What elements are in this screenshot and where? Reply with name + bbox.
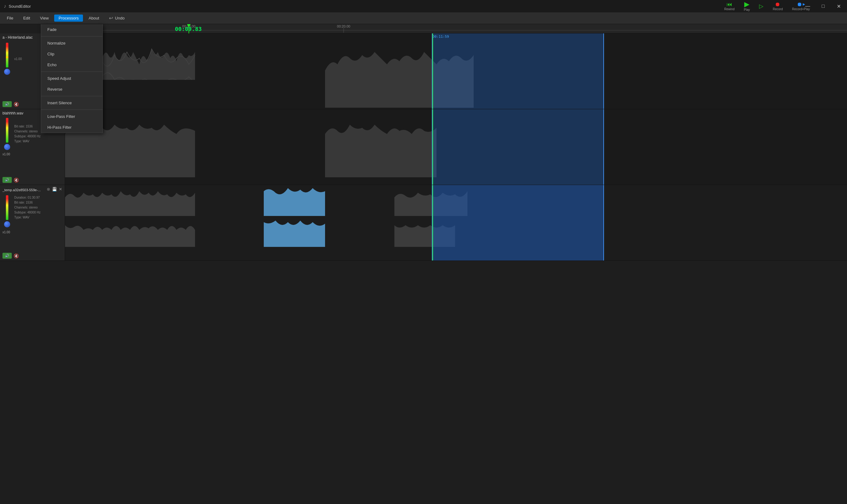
menu-echo[interactable]: Echo (41, 59, 103, 70)
menu-fade[interactable]: Fade (41, 24, 103, 35)
separator (41, 109, 103, 110)
play-button[interactable]: ▶ Play (744, 1, 750, 12)
playhead-3 (433, 185, 433, 260)
track-1-volume-button[interactable]: 🔊 (2, 101, 12, 107)
track-3-close-button[interactable]: ✕ (59, 187, 62, 192)
menu-normalize[interactable]: Normalize (41, 38, 103, 49)
track-2-type: Type: WAV (14, 139, 62, 144)
tracks-container: a - Hinterland.alac x1.00 (0, 33, 847, 504)
track-1-time-start: 00:11:59 (433, 35, 449, 39)
track-2-pan[interactable] (4, 144, 10, 150)
menu-clip[interactable]: Clip (41, 49, 103, 59)
track-3-link-button[interactable]: ⊗ (47, 187, 50, 192)
track-1-peak (6, 56, 8, 58)
playhead-1 (433, 33, 433, 109)
menu-low-pass-filter[interactable]: Low-Pass Filter (41, 111, 103, 122)
app-icon: ♪ (4, 3, 6, 9)
track-3-controls: 🔊 🔇 (2, 252, 62, 259)
play-icon: ▶ (744, 1, 749, 8)
track-3-name: _temp.a32e8503-559e-... (2, 188, 41, 192)
track-2-speed: x1.00 (2, 152, 10, 156)
maximize-button[interactable]: □ (818, 3, 828, 9)
record-button[interactable]: ⏺ Record (773, 2, 782, 11)
forward-button[interactable]: ▷ (759, 3, 763, 9)
track-1-selection (432, 33, 604, 109)
track-2-controls: 🔊 🔇 (2, 176, 62, 183)
menubar: File Edit View Processors About ↩ Undo (0, 12, 847, 24)
menu-reverse[interactable]: Reverse (41, 84, 103, 95)
track-1-meter (2, 43, 12, 75)
track-2-mute-button[interactable]: 🔇 (14, 177, 19, 183)
track-1-mute-button[interactable]: 🔇 (14, 101, 19, 107)
track-1-pan[interactable] (4, 69, 10, 75)
track-3-waveform[interactable] (65, 185, 847, 260)
undo-icon: ↩ (109, 15, 113, 21)
separator (41, 96, 103, 96)
track-3-duration: Duration: 01:30.97 (14, 195, 62, 200)
track-2-volume-button[interactable]: 🔊 (2, 177, 12, 183)
undo-button[interactable]: ↩ Undo (105, 14, 129, 22)
track-2-level-bar (6, 118, 8, 143)
titlebar: ♪ SoundEditor ⏮ Rewind ▶ Play ▷ ⏺ Record… (0, 0, 847, 12)
track-3-sidebar: _temp.a32e8503-559e-... ⊗ 💾 ✕ Duration: (0, 185, 65, 260)
track-3-speed: x1.00 (2, 231, 10, 234)
track-3-pan[interactable] (4, 221, 10, 228)
menu-speed-adjust[interactable]: Speed Adjust (41, 73, 103, 84)
menu-insert-silence[interactable]: Insert Silence (41, 97, 103, 108)
track-3-type: Type: WAV (14, 215, 62, 220)
processors-dropdown: Fade Normalize Clip Echo Speed Adjust Re… (41, 24, 103, 133)
track-2-subtype: Subtype: 48000 Hz (14, 134, 62, 139)
menu-processors[interactable]: Processors (54, 15, 83, 22)
track-2-waveform[interactable] (65, 109, 847, 185)
app-title: SoundEditor (9, 4, 31, 9)
current-time-display: 00:09.83 (175, 26, 202, 32)
track-3-action-icons: ⊗ 💾 ✕ (47, 187, 62, 192)
close-button[interactable]: ✕ (834, 3, 843, 9)
menu-about[interactable]: About (84, 15, 103, 22)
track-3-level-bar (6, 195, 8, 220)
separator (41, 71, 103, 72)
record-play-button[interactable]: ⏺▶ Record+Play (792, 2, 810, 11)
track-1-level-bar (6, 43, 8, 68)
track-3-save-button[interactable]: 💾 (52, 187, 57, 192)
rewind-icon: ⏮ (727, 2, 732, 7)
track-2-meter (2, 118, 12, 150)
menu-hi-pass-filter[interactable]: Hi-Pass Filter (41, 122, 103, 133)
menu-view[interactable]: View (36, 15, 53, 22)
rewind-button[interactable]: ⏮ Rewind (724, 2, 734, 11)
menu-edit[interactable]: Edit (19, 15, 34, 22)
record-play-icon: ⏺▶ (797, 2, 805, 7)
transport-bar: ⏮ Rewind ▶ Play ▷ ⏺ Record ⏺▶ Record+Pla… (724, 0, 810, 12)
track-3: _temp.a32e8503-559e-... ⊗ 💾 ✕ Duration: (0, 185, 847, 261)
track-3-subtype: Subtype: 48000 Hz (14, 210, 62, 215)
track-3-mute-button[interactable]: 🔇 (14, 253, 19, 259)
track-1-waveform[interactable]: 00:11:59 (65, 33, 847, 109)
timeline-ruler: 00:10.00 00:20.00 00:09.83 (65, 24, 847, 33)
menu-file[interactable]: File (2, 15, 18, 22)
track-3-volume-button[interactable]: 🔊 (2, 253, 12, 259)
track-3-meter (2, 195, 12, 228)
forward-icon: ▷ (759, 3, 763, 9)
track-3-channels: Channels: stereo (14, 205, 62, 210)
svg-text:00:20.00: 00:20.00 (337, 24, 350, 28)
record-icon: ⏺ (775, 2, 780, 7)
main-area: 00:10.00 00:20.00 00:09.83 a - Hinterlan… (0, 24, 847, 504)
playhead-2 (433, 109, 433, 185)
track-2-selection (432, 109, 604, 185)
track-1: a - Hinterland.alac x1.00 (0, 33, 847, 109)
track-2: blahhhh.wav Bit rate: 1536 Channels: ste… (0, 109, 847, 185)
track-3-selection-fill (432, 185, 604, 260)
track-3-bitrate: Bit rate: 1536 (14, 200, 62, 205)
